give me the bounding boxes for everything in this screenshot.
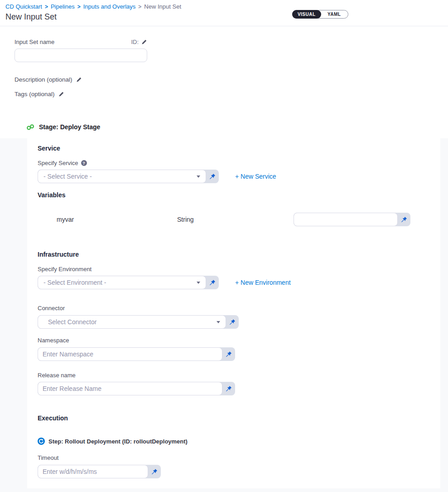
visual-yaml-toggle: VISUAL YAML [292, 10, 348, 19]
execution-section-header: Execution [38, 414, 440, 422]
pin-icon [209, 279, 216, 286]
environment-select-row: - Select Environment - + New Environment [38, 276, 440, 289]
release-name-pin-button[interactable] [222, 382, 235, 395]
id-wrap: ID: [131, 39, 147, 45]
toggle-visual[interactable]: VISUAL [292, 10, 321, 19]
new-input-set-page: CD Quickstart > Pipelines > Inputs and O… [0, 0, 448, 492]
tags-label: Tags (optional) [14, 91, 55, 97]
variable-value-field[interactable] [294, 213, 398, 226]
edit-description-icon[interactable] [76, 77, 82, 83]
pin-icon [151, 468, 158, 475]
timeout-pin-button[interactable] [148, 465, 161, 478]
description-row: Description (optional) [14, 76, 448, 83]
timeout-input-group [38, 465, 161, 478]
namespace-field[interactable] [38, 347, 222, 361]
environment-select[interactable]: - Select Environment - [38, 276, 206, 289]
variable-type: String [177, 216, 294, 223]
step-label: Step: Rollout Deployment (ID: rolloutDep… [48, 438, 188, 445]
breadcrumb-separator: > [45, 4, 48, 10]
new-environment-link[interactable]: + New Environment [235, 279, 291, 286]
namespace-text: Namespace [38, 337, 69, 344]
stage-label: Stage: Deploy Stage [39, 123, 100, 131]
specify-service-label: Specify Service ? [38, 160, 440, 166]
breadcrumb: CD Quickstart > Pipelines > Inputs and O… [5, 3, 448, 10]
timeout-text: Timeout [38, 454, 58, 461]
service-select[interactable]: - Select Service - [38, 170, 206, 183]
service-pin-button[interactable] [206, 170, 219, 183]
service-select-row: - Select Service - + New Service [38, 170, 440, 183]
connector-select-placeholder: Select Connector [48, 318, 96, 326]
stage-heading: Stage: Deploy Stage [26, 123, 448, 131]
step-heading: Step: Rollout Deployment (ID: rolloutDep… [38, 438, 440, 445]
connector-select-row: Select Connector [38, 315, 440, 329]
release-name-label: Release name [38, 372, 440, 379]
chevron-down-icon [197, 175, 200, 178]
release-name-input-row [38, 382, 440, 395]
connector-text: Connector [38, 305, 65, 312]
variable-row: myvar String [38, 213, 440, 226]
environment-pin-button[interactable] [206, 276, 219, 289]
input-set-name-label: Input Set name [14, 39, 54, 45]
chevron-down-icon [197, 282, 200, 284]
variable-value-group [294, 213, 410, 226]
new-service-link[interactable]: + New Service [235, 173, 276, 180]
connector-select-group: Select Connector [38, 315, 239, 329]
stage-form-card: Service Specify Service ? - Select Servi… [27, 138, 440, 488]
breadcrumb-separator: > [138, 4, 141, 10]
environment-select-placeholder: - Select Environment - [43, 279, 106, 286]
namespace-label: Namespace [38, 337, 440, 344]
variable-name: myvar [57, 216, 177, 223]
specify-service-text: Specify Service [38, 160, 78, 166]
connector-label: Connector [38, 305, 440, 312]
namespace-pin-button[interactable] [222, 347, 235, 361]
name-label-row: Input Set name ID: [14, 39, 147, 45]
description-label: Description (optional) [14, 76, 72, 83]
stage-panel-backdrop: Service Specify Service ? - Select Servi… [0, 138, 448, 492]
toggle-yaml[interactable]: YAML [321, 10, 348, 18]
timeout-label: Timeout [38, 454, 440, 461]
connector-select[interactable]: Select Connector [38, 315, 226, 329]
id-label: ID: [131, 39, 139, 45]
service-select-placeholder: - Select Service - [43, 173, 92, 180]
release-name-text: Release name [38, 372, 76, 379]
specify-environment-text: Specify Environment [38, 266, 92, 273]
help-icon[interactable]: ? [81, 160, 87, 166]
stage-link-icon [26, 124, 35, 130]
chevron-down-icon [217, 321, 220, 323]
input-set-form: Input Set name ID: Description (optional… [0, 26, 448, 97]
release-name-field[interactable] [38, 382, 222, 395]
service-select-group: - Select Service - [38, 170, 219, 183]
breadcrumb-pipelines[interactable]: Pipelines [51, 3, 75, 10]
variables-header: Variables [38, 191, 440, 199]
pin-icon [209, 173, 216, 180]
specify-environment-label: Specify Environment [38, 266, 440, 273]
pin-icon [226, 351, 232, 357]
breadcrumb-current: New Input Set [144, 3, 181, 10]
input-set-name-field[interactable] [14, 49, 147, 62]
release-name-input-group [38, 382, 235, 395]
variable-pin-button[interactable] [398, 213, 410, 226]
rollout-step-icon [38, 438, 45, 445]
timeout-input-row [38, 465, 440, 478]
namespace-input-row [38, 347, 440, 361]
connector-pin-button[interactable] [226, 315, 239, 329]
breadcrumb-inputs-and-overlays[interactable]: Inputs and Overlays [83, 3, 136, 10]
namespace-input-group [38, 347, 235, 361]
breadcrumb-separator: > [77, 4, 81, 10]
edit-tags-icon[interactable] [58, 91, 64, 97]
edit-id-icon[interactable] [141, 39, 147, 45]
environment-select-group: - Select Environment - [38, 276, 219, 289]
pin-icon [401, 216, 407, 223]
page-header: CD Quickstart > Pipelines > Inputs and O… [0, 0, 448, 26]
pin-icon [229, 319, 236, 325]
breadcrumb-cd-quickstart[interactable]: CD Quickstart [5, 3, 42, 10]
pin-icon [226, 385, 232, 392]
page-title: New Input Set [5, 12, 448, 22]
tags-row: Tags (optional) [14, 91, 448, 97]
service-section-header: Service [38, 145, 440, 152]
timeout-field[interactable] [38, 465, 148, 478]
infrastructure-section-header: Infrastructure [38, 251, 440, 258]
